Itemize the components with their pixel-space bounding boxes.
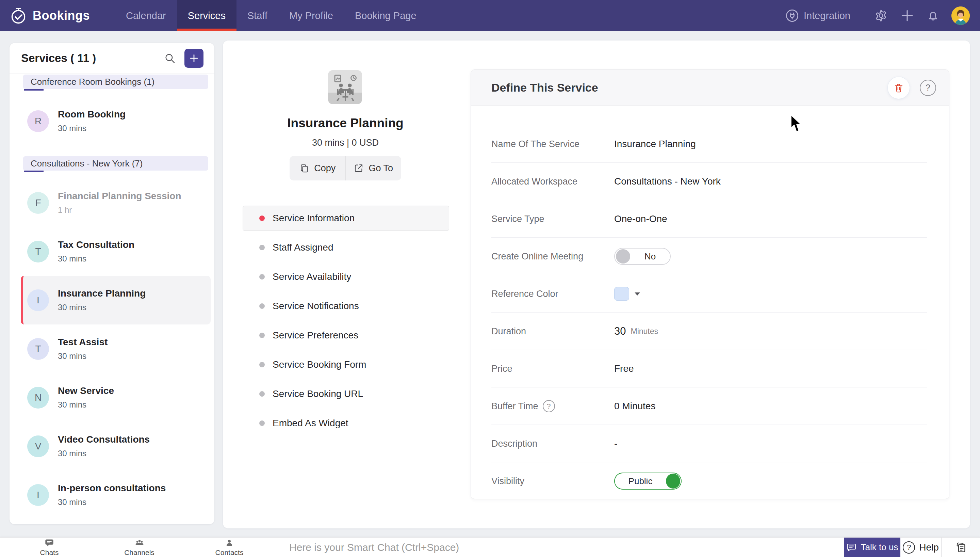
sidebar-header: Services ( 11 ) [10,43,214,73]
field-row-create-online-meeting: Create Online MeetingNo [471,238,949,275]
service-item-info: Video Consultations30 mins [58,434,150,458]
service-avatar: F [27,192,49,214]
sidebar-item-financial-planning-session[interactable]: FFinancial Planning Session1 hr [21,178,211,227]
talk-bubble-icon [846,542,857,552]
feeds-button[interactable] [941,537,980,557]
sidebar-item-in-person-consultations[interactable]: IIn-person consultations30 mins [21,471,211,519]
panel-title: Define This Service [492,81,598,94]
bookings-logo-icon [10,7,27,24]
talk-to-us-button[interactable]: Talk to us [844,537,900,557]
section-tab-service-preferences[interactable]: Service Preferences [243,323,449,348]
search-icon[interactable] [164,52,175,64]
service-item-duration: 30 mins [58,497,166,507]
service-item-info: Tax Consultation30 mins [58,239,135,264]
bottom-bar: ChatsChannelsContacts Talk to us ? Help [0,537,980,557]
service-item-name: Video Consultations [58,434,150,445]
section-tab-service-availability[interactable]: Service Availability [243,264,449,289]
user-avatar[interactable] [951,7,970,25]
goto-button[interactable]: Go To [346,156,402,181]
field-label-text: Name Of The Service [492,139,579,150]
top-navbar: Bookings CalendarServicesStaffMy Profile… [0,0,980,31]
sidebar-item-room-booking[interactable]: RRoom Booking30 mins [21,97,211,145]
dock-contacts[interactable]: Contacts [213,538,247,557]
integration-button[interactable]: Integration [785,9,850,23]
field-label-buffer-time: Buffer Time? [492,400,614,412]
help-button[interactable]: ? Help [900,537,941,557]
buffer-time-help-icon[interactable]: ? [543,400,555,412]
field-label-text: Price [492,363,513,374]
service-item-info: Test Assist30 mins [58,337,107,361]
field-value-service-name: Insurance Planning [614,138,696,150]
section-tab-service-information[interactable]: Service Information [243,206,449,231]
service-image [328,70,362,104]
service-item-name: Test Assist [58,337,107,348]
section-dot-icon [259,215,265,221]
navbar-tabs: CalendarServicesStaffMy ProfileBooking P… [115,0,427,31]
sidebar-title: Services ( 11 ) [21,52,96,65]
group-items: RRoom Booking30 mins [10,97,214,145]
sidebar-item-tax-consultation[interactable]: TTax Consultation30 mins [21,227,211,276]
sidebar-item-insurance-planning[interactable]: IInsurance Planning30 mins [21,276,211,324]
reference-color-picker[interactable] [614,287,640,301]
visibility-toggle[interactable]: Public [614,472,681,490]
field-value-text: 0 Minutes [614,401,655,412]
section-tab-label: Staff Assigned [273,242,333,253]
service-name-heading: Insurance Planning [223,116,468,130]
gear-icon[interactable] [874,8,888,23]
sidebar-item-test-assist[interactable]: TTest Assist30 mins [21,324,211,373]
section-dot-icon [259,333,265,338]
dock-channels[interactable]: Channels [122,538,157,557]
copy-label: Copy [314,163,336,174]
main-content-card: Insurance Planning 30 mins | 0 USD Copy … [223,41,970,528]
tab-calendar[interactable]: Calendar [115,0,177,31]
service-avatar: I [27,289,49,311]
panel-help-icon[interactable]: ? [920,80,936,96]
sidebar-item-video-consultations[interactable]: VVideo Consultations30 mins [21,422,211,471]
section-tab-staff-assigned[interactable]: Staff Assigned [243,235,449,260]
group-header: Consultations - New York (7) [23,156,208,171]
section-tab-embed-as-widget[interactable]: Embed As Widget [243,410,449,436]
tab-my-profile[interactable]: My Profile [278,0,344,31]
navbar-right: Integration [785,0,980,31]
field-row-description: Description- [471,425,949,463]
add-service-button[interactable] [185,49,203,68]
section-tab-label: Service Booking URL [273,388,363,399]
chat-dock: ChatsChannelsContacts [0,537,279,557]
toggle-label: Public [615,476,666,487]
duration-value[interactable]: 30 [614,325,626,337]
tab-booking-page[interactable]: Booking Page [344,0,427,31]
create-online-meeting-toggle[interactable]: No [614,248,671,265]
field-value-reference-color [614,287,640,301]
field-label-text: Allocated Workspace [492,176,578,187]
copy-button[interactable]: Copy [290,156,346,181]
chevron-down-icon [634,292,640,295]
sidebar-item-new-service[interactable]: NNew Service30 mins [21,373,211,422]
tab-services[interactable]: Services [177,0,237,31]
service-item-duration: 30 mins [58,449,150,458]
field-label-price: Price [492,363,614,374]
smart-chat-input[interactable] [289,542,844,553]
field-value-duration: 30Minutes [614,325,658,337]
group-header-underline [24,89,44,91]
tab-staff[interactable]: Staff [237,0,278,31]
field-value-text: - [614,438,617,449]
service-item-info: New Service30 mins [58,385,114,410]
bell-icon[interactable] [926,9,940,23]
field-label-text: Reference Color [492,289,558,299]
smart-chat-zone [279,537,844,557]
dock-chats[interactable]: Chats [32,538,67,557]
section-tab-service-booking-url[interactable]: Service Booking URL [243,381,449,407]
toggle-knob [616,249,630,264]
field-row-buffer-time: Buffer Time?0 Minutes [471,388,949,425]
field-value-text: One-on-One [614,213,667,224]
service-group-conference-room-bookings-1: Conference Room Bookings (1)RRoom Bookin… [10,75,214,145]
add-icon[interactable] [900,8,915,23]
service-item-info: In-person consultations30 mins [58,483,166,507]
service-item-name: Financial Planning Session [58,191,182,202]
section-tab-service-notifications[interactable]: Service Notifications [243,293,449,319]
delete-service-button[interactable] [888,77,910,99]
dock-label: Channels [124,549,154,557]
section-dot-icon [259,420,265,426]
service-item-name: Room Booking [58,109,126,120]
section-tab-service-booking-form[interactable]: Service Booking Form [243,352,449,377]
